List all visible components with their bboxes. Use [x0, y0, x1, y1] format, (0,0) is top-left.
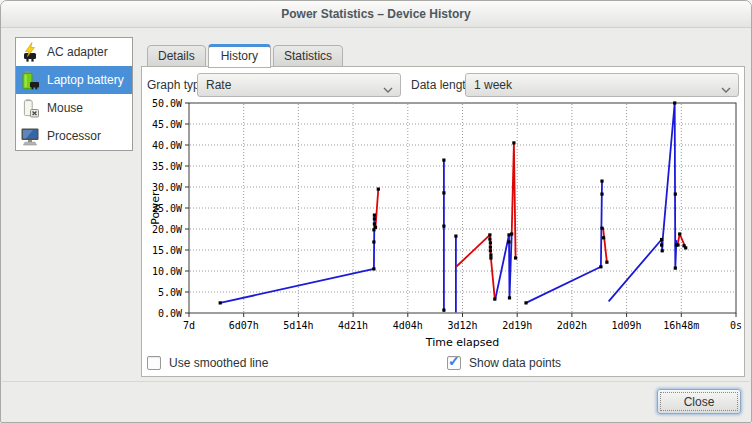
data-point [514, 256, 517, 259]
y-tick-label: 45.0W [152, 119, 183, 130]
chevron-down-icon [383, 83, 393, 97]
data-point [377, 188, 380, 191]
data-point [454, 235, 457, 238]
graph-type-value: Rate [206, 78, 231, 92]
data-point [219, 301, 222, 304]
x-tick-label: 4d21h [338, 320, 368, 331]
data-point [489, 249, 492, 252]
data-point [489, 241, 492, 244]
y-tick-label: 30.0W [152, 182, 183, 193]
data-point [600, 180, 603, 183]
data-point [660, 238, 663, 241]
data-point [660, 243, 663, 246]
graph-type-dropdown[interactable]: Rate [197, 73, 401, 97]
use-smoothed-row: ✓ Use smoothed line [147, 356, 268, 370]
power-statistics-window: Power Statistics – Device History AC ada… [0, 0, 752, 423]
data-point [489, 246, 492, 249]
x-tick-label: 5d14h [283, 320, 313, 331]
data-point [676, 243, 679, 246]
tab-details[interactable]: Details [147, 45, 206, 67]
tab-statistics[interactable]: Statistics [273, 45, 343, 67]
chevron-down-icon [721, 83, 731, 97]
data-point [488, 233, 491, 236]
x-tick-label: 2d19h [502, 320, 532, 331]
show-points-label: Show data points [469, 356, 561, 370]
device-list: AC adapterLaptop batteryMouseProcessor [15, 37, 133, 151]
data-point [372, 267, 375, 270]
x-tick-label: 6d07h [229, 320, 259, 331]
data-point [442, 309, 445, 312]
window-title: Power Statistics – Device History [281, 7, 470, 21]
data-point [373, 217, 376, 220]
x-axis-title: Time elapsed [425, 336, 499, 349]
data-point [374, 226, 377, 229]
use-smoothed-label: Use smoothed line [169, 356, 268, 370]
y-tick-label: 10.0W [152, 266, 183, 277]
history-chart: 0.0W5.0W10.0W15.0W20.0W25.0W30.0W35.0W40… [147, 99, 747, 349]
data-point [442, 191, 445, 194]
data-length-value: 1 week [474, 78, 512, 92]
sidebar-item-label: Mouse [47, 101, 83, 115]
data-point [602, 236, 605, 239]
sidebar-item-ac-adapter[interactable]: AC adapter [16, 38, 132, 66]
sidebar-item-processor[interactable]: Processor [16, 122, 132, 150]
sidebar-item-label: Processor [47, 129, 101, 143]
y-tick-label: 50.0W [152, 99, 183, 109]
y-tick-label: 40.0W [152, 140, 183, 151]
data-point [678, 232, 681, 235]
data-point [524, 301, 527, 304]
data-point [510, 232, 513, 235]
y-tick-label: 0.0W [158, 308, 183, 319]
data-point [674, 267, 677, 270]
data-length-dropdown[interactable]: 1 week [465, 73, 739, 97]
x-tick-label: 16h48m [663, 320, 699, 331]
data-point [600, 193, 603, 196]
tab-bar: DetailsHistoryStatistics [147, 42, 345, 67]
data-point [373, 214, 376, 217]
close-button[interactable]: Close [657, 389, 741, 414]
x-tick-label: 4d04h [393, 320, 423, 331]
footer-separator [2, 381, 750, 382]
data-point [605, 261, 608, 264]
use-smoothed-checkbox[interactable]: ✓ [147, 356, 161, 370]
data-point [442, 159, 445, 162]
data-point [373, 222, 376, 225]
y-tick-label: 5.0W [158, 287, 183, 298]
x-tick-label: 7d [183, 320, 195, 331]
data-point [489, 253, 492, 256]
data-point [600, 227, 603, 230]
data-point [512, 141, 515, 144]
data-point [442, 225, 445, 228]
sidebar-item-label: Laptop battery [47, 73, 124, 87]
sidebar-item-label: AC adapter [47, 45, 108, 59]
sidebar-item-mouse[interactable]: Mouse [16, 94, 132, 122]
data-point [599, 265, 602, 268]
processor-monitor-icon [20, 126, 40, 146]
data-point [372, 240, 375, 243]
laptop-battery-icon [20, 70, 40, 90]
data-point [661, 249, 664, 252]
data-point [684, 246, 687, 249]
ac-adapter-icon [20, 42, 40, 62]
check-icon: ✓ [448, 353, 460, 369]
data-point [674, 193, 677, 196]
show-points-checkbox[interactable]: ✓ [447, 356, 461, 370]
tab-history[interactable]: History [208, 44, 271, 68]
sidebar-item-laptop-battery[interactable]: Laptop battery [16, 66, 132, 94]
show-points-row: ✓ Show data points [447, 356, 561, 370]
x-tick-label: 1d09h [612, 320, 642, 331]
y-axis-title: Power [149, 191, 162, 225]
data-point [507, 240, 510, 243]
data-point [493, 298, 496, 301]
data-point [489, 256, 492, 259]
data-point [508, 296, 511, 299]
x-tick-label: 0s [730, 320, 742, 331]
data-point [488, 238, 491, 241]
x-tick-label: 2d02h [557, 320, 587, 331]
y-tick-label: 15.0W [152, 245, 183, 256]
data-point [673, 101, 676, 104]
x-tick-label: 3d12h [447, 320, 477, 331]
titlebar[interactable]: Power Statistics – Device History [1, 1, 751, 28]
mouse-battery-icon [20, 98, 40, 118]
chart-svg: 0.0W5.0W10.0W15.0W20.0W25.0W30.0W35.0W40… [147, 99, 747, 349]
